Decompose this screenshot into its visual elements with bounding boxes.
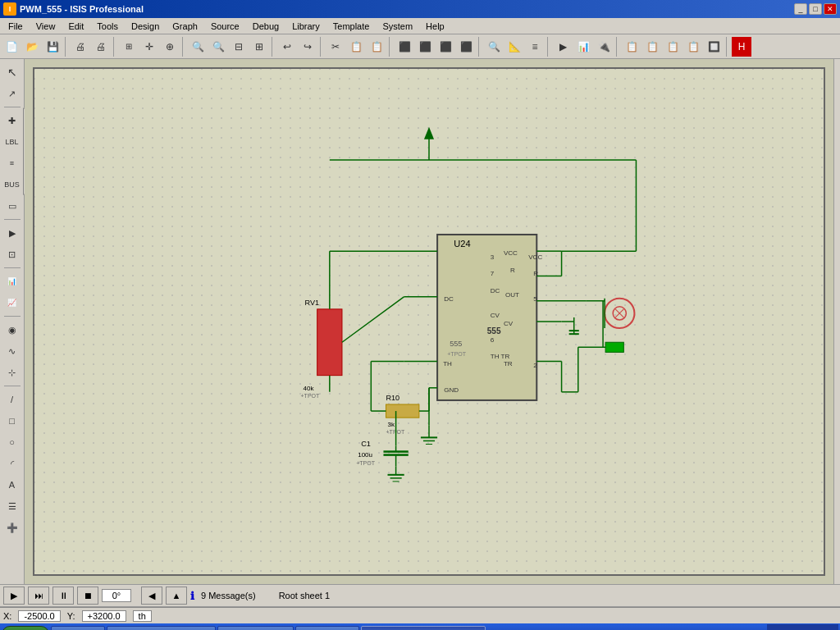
toolbar-sep-6 bbox=[389, 37, 392, 57]
select-tool[interactable]: ↖ bbox=[2, 62, 22, 82]
line-tool[interactable]: / bbox=[2, 390, 22, 409]
app-icon: I bbox=[3, 2, 16, 16]
paste-button[interactable]: 📋 bbox=[367, 37, 386, 57]
sim-graph-tb[interactable]: 📊 bbox=[573, 37, 593, 57]
svg-text:+TPOT: +TPOT bbox=[447, 351, 467, 357]
svg-text:DC: DC bbox=[491, 287, 500, 294]
copy-button[interactable]: 📋 bbox=[346, 37, 366, 57]
sim-play-tb[interactable]: ▶ bbox=[553, 37, 573, 57]
3d-button[interactable]: 🔲 bbox=[704, 37, 724, 57]
bus-button[interactable]: ≡ bbox=[525, 37, 545, 57]
text-tool[interactable]: A bbox=[2, 475, 22, 495]
highlight-button[interactable]: H bbox=[732, 37, 751, 57]
coord-y: +3200.0 bbox=[82, 610, 126, 622]
toolbar: 📄 📂 💾 🖨 🖨 ⊞ ✛ ⊕ 🔍 🔍 ⊟ ⊞ ↩ ↪ ✂ 📋 📋 ⬛ ⬛ ⬛ … bbox=[0, 34, 840, 59]
arc-tool[interactable]: ◜ bbox=[2, 454, 22, 473]
menu-tools[interactable]: Tools bbox=[90, 20, 125, 33]
schematic-canvas[interactable]: U24 VCC GND OUT R bbox=[33, 67, 825, 576]
graph-tool[interactable]: 📈 bbox=[2, 293, 22, 313]
maximize-button[interactable]: □ bbox=[809, 3, 822, 15]
svg-text:5: 5 bbox=[533, 295, 537, 303]
symbol-tool[interactable]: ☰ bbox=[2, 496, 22, 516]
wire-button[interactable]: 📐 bbox=[504, 37, 524, 57]
svg-text:3k: 3k bbox=[388, 421, 395, 428]
menu-library[interactable]: Library bbox=[285, 20, 326, 33]
taskbar-isis[interactable]: isis PWM_555 - ISIS Prof... bbox=[361, 626, 485, 630]
zoom-in-button[interactable]: 🔍 bbox=[188, 37, 208, 57]
text-script-tool[interactable]: ≡ bbox=[2, 153, 22, 173]
grid-button[interactable]: ⊞ bbox=[119, 37, 139, 57]
save-button[interactable]: 💾 bbox=[43, 37, 62, 57]
box-tool[interactable]: □ bbox=[2, 411, 22, 431]
circle-tool[interactable]: ○ bbox=[2, 432, 22, 452]
new-button[interactable]: 📄 bbox=[2, 37, 21, 57]
start-button[interactable]: ⊞ start bbox=[2, 626, 49, 630]
svg-text:C1: C1 bbox=[361, 440, 371, 448]
menu-system[interactable]: System bbox=[376, 20, 419, 33]
component-tool[interactable]: ↗ bbox=[2, 84, 22, 103]
sim-probe-tb[interactable]: 🔌 bbox=[594, 37, 614, 57]
menu-design[interactable]: Design bbox=[125, 20, 166, 33]
menu-edit[interactable]: Edit bbox=[62, 20, 90, 33]
probe-button[interactable]: 🔍 bbox=[484, 37, 504, 57]
terminal-tool[interactable]: ▶ bbox=[2, 223, 22, 243]
close-button[interactable]: ✕ bbox=[824, 3, 837, 15]
svg-text:+TPOT: +TPOT bbox=[300, 393, 320, 399]
voltage-probe[interactable]: ⊹ bbox=[2, 363, 22, 382]
zoom-center-button[interactable]: ⊕ bbox=[160, 37, 180, 57]
menu-graph[interactable]: Graph bbox=[166, 20, 204, 33]
print2-button[interactable]: 🖨 bbox=[91, 37, 111, 57]
subcircuit-tool[interactable]: ▭ bbox=[2, 196, 22, 216]
junction-tool[interactable]: ✚ bbox=[2, 111, 22, 130]
wire-label-tool[interactable]: LBL bbox=[2, 132, 22, 152]
zoom-all-button[interactable]: ⊟ bbox=[229, 37, 249, 57]
taskbar-browser-icons[interactable]: 🌐 🔵 🔵 bbox=[51, 626, 105, 630]
open-button[interactable]: 📂 bbox=[22, 37, 42, 57]
virtual-instrument[interactable]: 📊 bbox=[2, 272, 22, 291]
zoom-area-button[interactable]: ⊞ bbox=[249, 37, 269, 57]
signal-generator[interactable]: ∿ bbox=[2, 341, 22, 361]
lt-sep-4 bbox=[4, 316, 21, 317]
origin-button[interactable]: ✛ bbox=[139, 37, 159, 57]
block-delete-button[interactable]: ⬛ bbox=[456, 37, 476, 57]
menu-template[interactable]: Template bbox=[326, 20, 377, 33]
zoom-out-button[interactable]: 🔍 bbox=[208, 37, 228, 57]
taskbar-yahoo[interactable]: 💬 2 Yahoo! Messenger bbox=[107, 626, 216, 630]
bom-button[interactable]: 📋 bbox=[642, 37, 662, 57]
add-tool[interactable]: ➕ bbox=[2, 518, 22, 537]
pcb-button[interactable]: 📋 bbox=[683, 37, 703, 57]
toolbar-sep-1 bbox=[65, 37, 68, 57]
svg-text:CV: CV bbox=[504, 320, 514, 327]
sim-play-button[interactable]: ▶ bbox=[3, 587, 25, 605]
sim-step-button[interactable]: ⏭ bbox=[28, 587, 49, 605]
netlist-button[interactable]: 📋 bbox=[622, 37, 641, 57]
minimize-button[interactable]: _ bbox=[794, 3, 807, 15]
menu-help[interactable]: Help bbox=[419, 20, 451, 33]
print-button[interactable]: 🖨 bbox=[71, 37, 90, 57]
menu-file[interactable]: File bbox=[2, 20, 30, 33]
bus-tool[interactable]: BUS bbox=[2, 175, 22, 194]
schematic-area[interactable]: U24 VCC GND OUT R bbox=[25, 59, 833, 584]
taskbar-firefox[interactable]: 🦊 2 Firefox bbox=[295, 626, 359, 630]
titlebar-controls[interactable]: _ □ ✕ bbox=[794, 3, 837, 15]
sim-prev-button[interactable]: ◀ bbox=[141, 587, 162, 605]
sim-up-button[interactable]: ▲ bbox=[166, 587, 187, 605]
toolbar-sep-4 bbox=[272, 37, 275, 57]
reports-button[interactable]: 📋 bbox=[663, 37, 682, 57]
sim-stop-button[interactable]: ⏹ bbox=[77, 587, 98, 605]
menu-view[interactable]: View bbox=[30, 20, 62, 33]
undo-button[interactable]: ↩ bbox=[277, 37, 297, 57]
taskbar-detail[interactable]: 📁 detailinhken bbox=[217, 626, 294, 630]
sim-pause-button[interactable]: ⏸ bbox=[52, 587, 74, 605]
redo-button[interactable]: ↪ bbox=[298, 37, 317, 57]
port-tool[interactable]: ⊡ bbox=[2, 244, 22, 264]
cut-button[interactable]: ✂ bbox=[326, 37, 345, 57]
block-rotate-button[interactable]: ⬛ bbox=[436, 37, 455, 57]
menu-source[interactable]: Source bbox=[204, 20, 246, 33]
svg-text:R: R bbox=[533, 270, 538, 277]
block-move-button[interactable]: ⬛ bbox=[415, 37, 435, 57]
tape-recorder-tool[interactable]: ◉ bbox=[2, 320, 22, 340]
block-copy-button[interactable]: ⬛ bbox=[395, 37, 414, 57]
circuit-diagram: U24 VCC GND OUT R bbox=[34, 69, 824, 574]
menu-debug[interactable]: Debug bbox=[246, 20, 285, 33]
